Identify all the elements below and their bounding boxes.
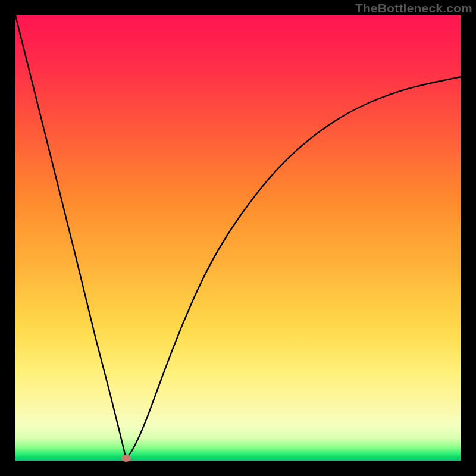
- bottleneck-curve: [15, 15, 461, 458]
- curve-plot: [15, 15, 461, 461]
- watermark-text: TheBottleneck.com: [355, 1, 472, 15]
- plot-frame: [15, 15, 461, 461]
- optimum-marker: [121, 455, 131, 462]
